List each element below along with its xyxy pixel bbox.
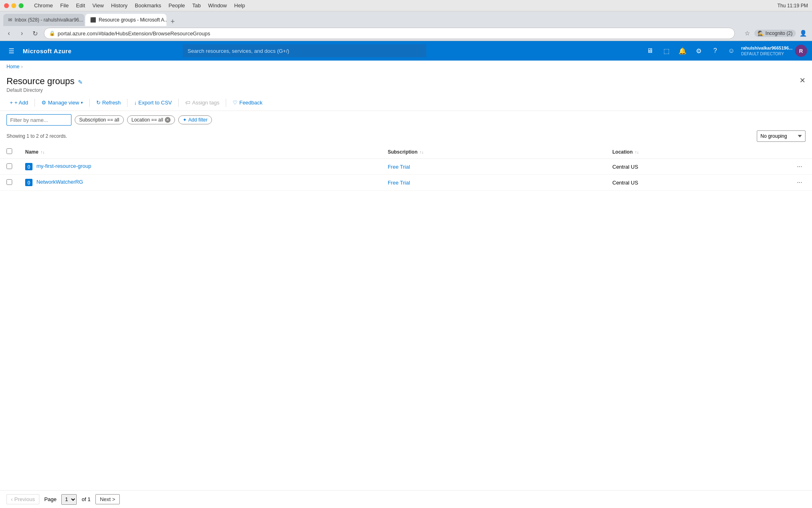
export-label: Export to CSV	[138, 100, 172, 106]
row-menu-cell-0[interactable]: ···	[787, 159, 812, 175]
tab-gmail[interactable]: ✉ Inbox (528) - rahulshivalkar96... ✕	[3, 14, 84, 26]
main-content: Home › Resource groups ✎ Default Directo…	[0, 61, 812, 508]
notifications-icon[interactable]: 🔔	[676, 44, 689, 57]
hamburger-menu-button[interactable]: ☰	[5, 44, 18, 57]
menu-people[interactable]: People	[168, 2, 185, 9]
close-button[interactable]: ✕	[799, 76, 806, 85]
location-sort-icon: ↑↓	[635, 150, 639, 154]
menu-chrome[interactable]: Chrome	[34, 2, 53, 9]
table-meta: Showing 1 to 2 of 2 records. No grouping	[0, 129, 812, 145]
minimize-dot[interactable]	[11, 3, 16, 8]
add-button[interactable]: + + Add	[6, 98, 31, 107]
window-controls[interactable]	[4, 3, 24, 8]
refresh-icon: ↻	[96, 100, 101, 106]
location-chip-close-icon[interactable]: ✕	[165, 117, 171, 123]
location-filter-chip[interactable]: Location == all ✕	[127, 115, 175, 124]
select-all-header[interactable]	[0, 145, 19, 159]
subscription-link-1[interactable]: Free Trial	[388, 180, 410, 186]
breadcrumb-home[interactable]: Home	[6, 64, 19, 69]
menu-view[interactable]: View	[93, 2, 104, 9]
add-icon: +	[10, 100, 13, 106]
nav-buttons: ‹ › ↻	[3, 28, 41, 39]
name-column-header[interactable]: Name ↑↓	[19, 145, 381, 159]
page-number-select[interactable]: 1	[61, 494, 77, 505]
subscription-chip-label: Subscription == all	[79, 117, 119, 123]
tag-icon: 🏷	[185, 100, 190, 106]
subscription-filter-chip[interactable]: Subscription == all	[75, 115, 124, 124]
tab-azure[interactable]: ⬛ Resource groups - Microsoft A... ✕	[85, 14, 166, 26]
next-label: Next >	[100, 496, 115, 502]
feedback-nav-icon[interactable]: ☺	[725, 44, 738, 57]
subscription-link-0[interactable]: Free Trial	[388, 164, 410, 170]
edit-icon[interactable]: ✎	[78, 79, 83, 85]
avatar[interactable]: R	[795, 45, 807, 57]
incognito-badge[interactable]: 🕵 Incognito (2)	[754, 30, 796, 37]
feedback-label: Feedback	[239, 100, 262, 106]
export-csv-button[interactable]: ↓ Export to CSV	[131, 98, 175, 107]
showing-count: Showing 1 to 2 of 2 records.	[6, 133, 67, 139]
manage-view-button[interactable]: ⚙ Manage view ▾	[38, 98, 86, 107]
forward-button[interactable]: ›	[16, 28, 28, 39]
user-name: rahulshivalkar9665196...	[741, 45, 793, 51]
filter-by-name-input[interactable]	[6, 114, 71, 126]
close-dot[interactable]	[4, 3, 9, 8]
heart-icon: ♡	[233, 100, 238, 106]
export-icon: ↓	[134, 100, 137, 106]
row-name-1: {} NetworkWatcherRG	[19, 175, 381, 191]
page-title: Resource groups	[6, 76, 75, 87]
filter-bar: Subscription == all Location == all ✕ ✦ …	[0, 111, 812, 129]
azure-navbar: ☰ Microsoft Azure 🖥 ⬚ 🔔 ⚙ ? ☺ rahulshiva…	[0, 41, 812, 61]
refresh-button[interactable]: ↻ Refresh	[93, 98, 124, 107]
grouping-dropdown[interactable]: No grouping	[757, 130, 806, 142]
menu-file[interactable]: File	[60, 2, 69, 9]
table-body: {} my-first-resource-group Free Trial Ce…	[0, 159, 812, 191]
resource-link-1[interactable]: NetworkWatcherRG	[37, 179, 83, 185]
row-menu-button-1[interactable]: ···	[794, 178, 806, 187]
feedback-button[interactable]: ♡ Feedback	[229, 98, 266, 107]
row-checkbox-0[interactable]	[6, 163, 12, 169]
of-label: of 1	[82, 496, 91, 502]
url-bar[interactable]: 🔒 portal.azure.com/#blade/HubsExtension/…	[44, 28, 735, 39]
help-icon[interactable]: ?	[708, 44, 721, 57]
previous-button[interactable]: ‹ Previous	[6, 494, 39, 504]
resource-link-0[interactable]: my-first-resource-group	[37, 163, 91, 169]
menu-tab[interactable]: Tab	[192, 2, 201, 9]
menu-window[interactable]: Window	[208, 2, 227, 9]
location-column-header[interactable]: Location ↑↓	[606, 145, 787, 159]
menu-history[interactable]: History	[111, 2, 127, 9]
row-location-0: Central US	[606, 159, 787, 175]
row-checkbox-cell-0[interactable]	[0, 159, 19, 175]
cloud-shell-icon[interactable]: 🖥	[644, 44, 657, 57]
resource-icon-1: {}	[25, 179, 32, 186]
maximize-dot[interactable]	[19, 3, 24, 8]
lock-icon: 🔒	[49, 30, 55, 36]
manage-view-label: Manage view	[48, 100, 79, 106]
previous-icon: ‹	[11, 496, 13, 502]
menu-help[interactable]: Help	[234, 2, 245, 9]
user-badge[interactable]: rahulshivalkar9665196... DEFAULT DIRECTO…	[741, 45, 807, 57]
menu-bookmarks[interactable]: Bookmarks	[135, 2, 161, 9]
url-text: portal.azure.com/#blade/HubsExtension/Br…	[58, 30, 210, 37]
gmail-favicon-icon: ✉	[8, 17, 12, 23]
refresh-button[interactable]: ↻	[29, 28, 41, 39]
new-tab-button[interactable]: +	[167, 17, 178, 26]
back-button[interactable]: ‹	[3, 28, 15, 39]
next-button[interactable]: Next >	[95, 494, 120, 504]
row-checkbox-1[interactable]	[6, 179, 12, 185]
row-menu-cell-1[interactable]: ···	[787, 175, 812, 191]
azure-search-input[interactable]	[183, 44, 426, 57]
select-all-checkbox[interactable]	[6, 148, 12, 154]
profile-icon[interactable]: 👤	[797, 28, 809, 39]
directory-icon[interactable]: ⬚	[660, 44, 673, 57]
add-filter-label: Add filter	[188, 117, 207, 123]
add-filter-button[interactable]: ✦ Add filter	[178, 115, 212, 124]
row-menu-button-0[interactable]: ···	[794, 162, 806, 171]
menu-edit[interactable]: Edit	[76, 2, 85, 9]
bookmark-icon[interactable]: ☆	[741, 28, 753, 39]
incognito-icon: 🕵	[758, 30, 764, 36]
azure-logo: Microsoft Azure	[23, 48, 71, 54]
settings-icon[interactable]: ⚙	[692, 44, 705, 57]
subscription-column-header[interactable]: Subscription ↑↓	[381, 145, 606, 159]
row-checkbox-cell-1[interactable]	[0, 175, 19, 191]
assign-tags-button[interactable]: 🏷 Assign tags	[182, 98, 222, 107]
